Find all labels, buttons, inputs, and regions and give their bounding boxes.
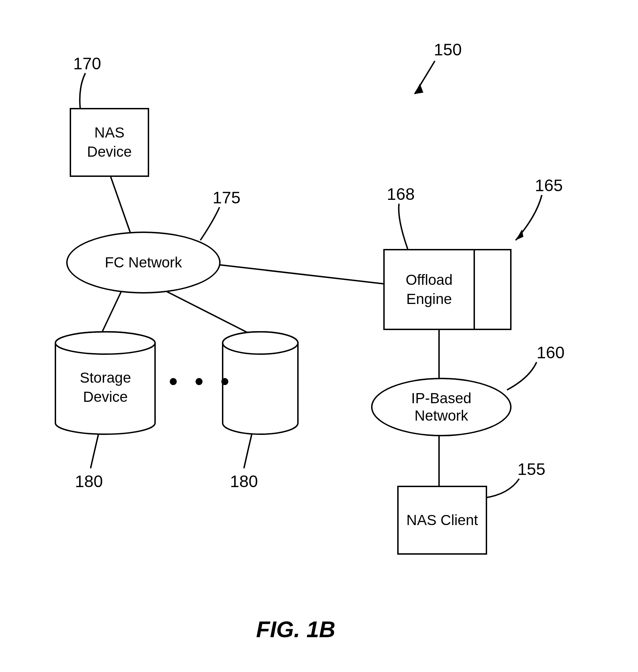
figure-title: FIG. 1B	[256, 616, 336, 642]
ip-network-ellipse: IP-Based Network	[371, 378, 512, 436]
svg-point-11	[223, 332, 298, 354]
offload-engine-label: Offload Engine	[406, 271, 453, 308]
svg-line-2	[164, 290, 251, 334]
ref-180-left: 180	[75, 472, 103, 491]
svg-line-3	[218, 265, 383, 284]
ref-165: 165	[535, 176, 563, 195]
nas-device-label: NAS Device	[87, 123, 132, 161]
ref-168: 168	[387, 185, 415, 204]
nas-client-box: NAS Client	[397, 486, 487, 555]
svg-marker-6	[516, 229, 523, 240]
svg-line-1	[101, 290, 122, 334]
fc-network-ellipse: FC Network	[66, 232, 221, 294]
svg-point-9	[55, 332, 155, 354]
svg-line-0	[110, 174, 131, 234]
storage-device-left: Storage Device	[54, 331, 157, 435]
nas-client-label: NAS Client	[406, 511, 478, 530]
ref-155: 155	[517, 460, 545, 479]
storage-device-left-label: Storage Device	[80, 368, 131, 406]
ref-150: 150	[434, 40, 462, 59]
offload-engine-box: Offload Engine	[383, 249, 512, 330]
nas-device-box: NAS Device	[70, 108, 149, 177]
ref-170: 170	[73, 54, 101, 73]
ref-175: 175	[213, 188, 240, 207]
ref-160: 160	[537, 343, 564, 362]
svg-marker-7	[415, 84, 423, 94]
fc-network-label: FC Network	[105, 254, 182, 271]
ellipsis-dots: • • •	[169, 367, 234, 395]
ip-network-label: IP-Based Network	[411, 390, 471, 425]
ref-180-right: 180	[230, 472, 258, 491]
